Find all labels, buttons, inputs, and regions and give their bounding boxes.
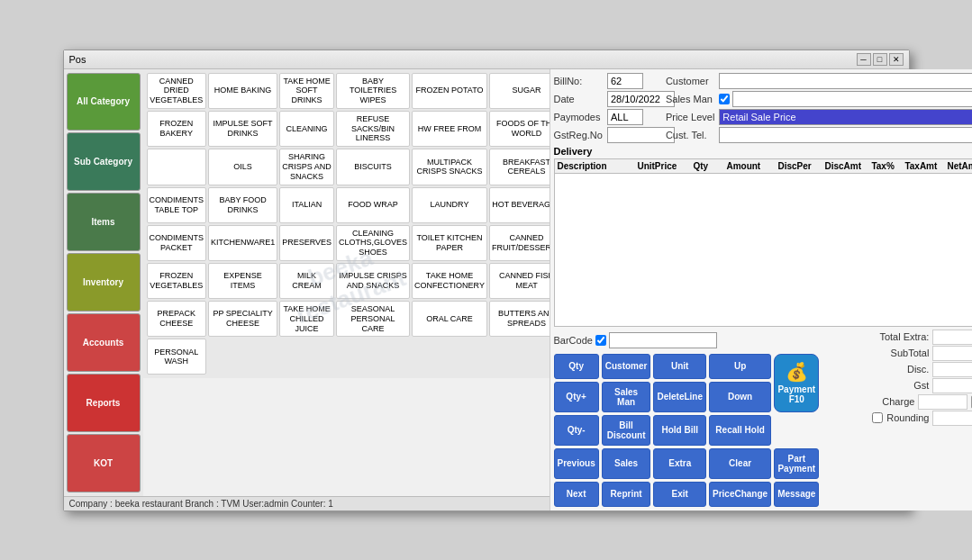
item-button[interactable]: BABY TOILETRIES WIPES xyxy=(336,73,410,109)
item-button[interactable]: MILK CREAM xyxy=(279,263,334,299)
paymodes-input[interactable] xyxy=(607,109,643,125)
category-reports[interactable]: Reports xyxy=(67,374,141,432)
price-change-button[interactable]: PriceChange xyxy=(709,482,771,507)
pricelevel-input[interactable] xyxy=(719,109,972,125)
item-button[interactable]: PP SPECIALITY CHEESE xyxy=(208,301,277,337)
part-payment-button[interactable]: Part Payment xyxy=(774,448,819,479)
item-button[interactable]: FOODS OF THE WORLD xyxy=(489,111,550,147)
qty-minus-button[interactable]: Qty- xyxy=(554,415,599,446)
hold-bill-button[interactable]: Hold Bill xyxy=(653,415,706,446)
gst-input[interactable] xyxy=(932,378,972,393)
item-button[interactable]: SEASONAL PERSONAL CARE xyxy=(336,301,410,337)
item-button[interactable]: FROZEN VEGETABLES xyxy=(147,263,207,299)
item-button[interactable]: PRESERVES xyxy=(279,225,334,261)
payment-button[interactable]: 💰 PaymentF10 xyxy=(774,354,819,412)
item-button[interactable]: EXPENSE ITEMS xyxy=(208,263,277,299)
item-button[interactable]: PREPACK CHEESE xyxy=(147,301,207,337)
item-button[interactable]: CANNED DRIED VEGETABLES xyxy=(147,73,207,109)
qty-plus-button[interactable]: Qty+ xyxy=(554,382,599,412)
item-button[interactable]: HW FREE FROM xyxy=(412,111,487,147)
item-button[interactable]: TAKE HOME CONFECTIONERY xyxy=(412,263,487,299)
category-all[interactable]: All Category xyxy=(67,73,141,131)
category-items[interactable]: Items xyxy=(67,193,141,251)
item-button[interactable]: FOOD WRAP xyxy=(336,187,410,223)
item-button[interactable]: TAKE HOME CHILLED JUICE xyxy=(279,301,334,337)
date-input[interactable] xyxy=(607,91,675,107)
close-button[interactable]: ✕ xyxy=(889,53,904,66)
billno-input[interactable] xyxy=(607,73,643,89)
item-button[interactable]: ITALIAN xyxy=(279,187,334,223)
message-button[interactable]: Message xyxy=(774,482,819,507)
up-button[interactable]: Up xyxy=(709,354,771,379)
subtotal-input[interactable] xyxy=(932,346,972,361)
item-button[interactable]: TAKE HOME SOFT DRINKS xyxy=(279,73,334,109)
item-button[interactable]: CANNED FRUIT/DESSERTS xyxy=(489,225,550,261)
exit-button[interactable]: Exit xyxy=(653,482,706,507)
recall-hold-button[interactable]: Recall Hold xyxy=(709,415,771,446)
item-button[interactable]: CANNED FISH MEAT xyxy=(489,263,550,299)
date-label: Date xyxy=(554,94,603,104)
category-kot[interactable]: KOT xyxy=(67,434,141,492)
qty-button[interactable]: Qty xyxy=(554,354,599,379)
item-button[interactable]: SHARING CRISPS AND SNACKS xyxy=(279,149,334,185)
item-button[interactable]: SUGAR xyxy=(489,73,550,109)
barcode-checkbox[interactable] xyxy=(595,335,606,346)
salesman-checkbox[interactable] xyxy=(719,94,730,104)
bill-discount-button[interactable]: Bill Discount xyxy=(602,415,651,446)
charge-input[interactable] xyxy=(918,394,967,410)
item-button[interactable]: TOILET KITCHEN PAPER xyxy=(412,225,487,261)
item-button[interactable]: FROZEN POTATO xyxy=(412,73,487,109)
item-button[interactable]: HOT BEVERAGES xyxy=(489,187,550,223)
rounding-checkbox[interactable] xyxy=(872,412,883,423)
item-button[interactable]: HOME BAKING xyxy=(208,73,277,109)
rounding-input[interactable] xyxy=(932,411,972,426)
clear-button[interactable]: Clear xyxy=(709,448,771,479)
sales-man-button[interactable]: Sales Man xyxy=(602,382,651,412)
items-grid: CANNED DRIED VEGETABLESHOME BAKINGTAKE H… xyxy=(143,69,550,379)
item-button[interactable]: LAUNDRY xyxy=(412,187,487,223)
customer-input[interactable] xyxy=(719,73,972,89)
maximize-button[interactable]: □ xyxy=(873,53,887,66)
item-button[interactable]: OILS xyxy=(208,149,277,185)
extra-button[interactable]: Extra xyxy=(653,448,706,479)
previous-button[interactable]: Previous xyxy=(554,448,599,479)
salesman-input[interactable] xyxy=(732,91,972,107)
item-button[interactable]: BREAKFAST CEREALS xyxy=(489,149,550,185)
item-button[interactable]: CONDIMENTS PACKET xyxy=(147,225,207,261)
item-button[interactable]: REFUSE SACKS/BIN LINERSS xyxy=(336,111,410,147)
title-bar-buttons: ─ □ ✕ xyxy=(857,53,904,66)
category-inventory[interactable]: Inventory xyxy=(67,253,141,312)
gstreg-input[interactable] xyxy=(607,127,675,143)
item-button[interactable]: MULTIPACK CRISPS SNACKS xyxy=(412,149,487,185)
sales-button[interactable]: Sales xyxy=(602,448,651,479)
unit-button[interactable]: Unit xyxy=(653,354,706,379)
item-button[interactable]: PERSONAL WASH xyxy=(147,339,207,375)
item-button[interactable]: BABY FOOD DRINKS xyxy=(208,187,277,223)
barcode-input[interactable] xyxy=(609,332,717,348)
disc-input[interactable] xyxy=(932,362,972,377)
item-button[interactable]: BISCUITS xyxy=(336,149,410,185)
rounding-label: Rounding xyxy=(886,412,929,423)
customer-button[interactable]: Customer xyxy=(602,354,651,379)
item-button[interactable]: ORAL CARE xyxy=(412,301,487,337)
minimize-button[interactable]: ─ xyxy=(857,53,871,66)
item-button[interactable]: CLEANING CLOTHS,GLOVES SHOES xyxy=(336,225,410,261)
item-button[interactable]: CLEANING xyxy=(279,111,334,147)
item-button[interactable]: IMPULSE CRISPS AND SNACKS xyxy=(336,263,410,299)
item-button[interactable]: BUTTERS AND SPREADS xyxy=(489,301,550,337)
reprint-button[interactable]: Reprint xyxy=(602,482,651,507)
item-button[interactable]: FROZEN BAKERY xyxy=(147,111,207,147)
item-button[interactable]: KITCHENWARE1 xyxy=(208,225,277,261)
delete-line-button[interactable]: DeleteLine xyxy=(653,382,706,412)
total-extra-input[interactable] xyxy=(932,330,972,345)
down-button[interactable]: Down xyxy=(709,382,771,412)
category-accounts[interactable]: Accounts xyxy=(67,313,141,372)
next-button[interactable]: Next xyxy=(554,482,599,507)
custel-input[interactable] xyxy=(719,127,972,143)
status-bar: Company : beeka restaurant Branch : TVM … xyxy=(64,496,550,510)
paymodes-label: Paymodes xyxy=(554,112,603,122)
item-button[interactable]: IMPULSE SOFT DRINKS xyxy=(208,111,277,147)
item-button[interactable]: CONDIMENTS TABLE TOP xyxy=(147,187,207,223)
item-button[interactable] xyxy=(147,149,207,185)
category-sub[interactable]: Sub Category xyxy=(67,132,141,191)
